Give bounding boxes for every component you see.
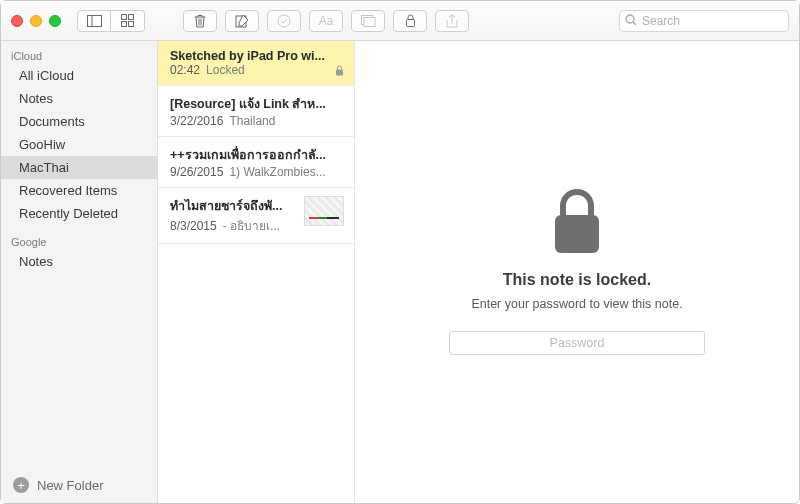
svg-rect-13	[336, 69, 343, 75]
password-input[interactable]	[449, 331, 705, 355]
sidebar-item-goohiw[interactable]: GooHiw	[1, 133, 157, 156]
note-row[interactable]: [Resource] แจ้ง Link สำห... 3/22/2016Tha…	[158, 86, 354, 137]
svg-rect-5	[129, 22, 134, 27]
minimize-window-button[interactable]	[30, 15, 42, 27]
compose-icon	[235, 14, 249, 28]
note-preview: 1) WalkZombies...	[229, 165, 325, 179]
locked-subtext: Enter your password to view this note.	[471, 297, 682, 311]
search-icon	[625, 14, 637, 26]
svg-rect-10	[406, 20, 414, 27]
note-preview: Thailand	[229, 114, 275, 128]
note-title: Sketched by iPad Pro wi...	[170, 49, 344, 63]
close-window-button[interactable]	[11, 15, 23, 27]
app-window: Aa iCloud All iCloud	[0, 0, 800, 504]
new-folder-label: New Folder	[37, 478, 103, 493]
delete-button[interactable]	[183, 10, 217, 32]
photos-icon	[361, 15, 376, 27]
svg-rect-14	[555, 215, 599, 253]
note-date: 9/26/2015	[170, 165, 223, 179]
new-note-button[interactable]	[225, 10, 259, 32]
format-button[interactable]: Aa	[309, 10, 343, 32]
svg-rect-2	[122, 15, 127, 20]
svg-rect-9	[364, 17, 375, 26]
attachments-button[interactable]	[351, 10, 385, 32]
sidebar-section-google: Google	[1, 233, 157, 250]
trash-icon	[194, 14, 206, 28]
new-folder-button[interactable]: + New Folder	[1, 467, 157, 503]
svg-rect-0	[87, 15, 101, 26]
list-view-button[interactable]	[77, 10, 111, 32]
note-row[interactable]: ++รวมเกมเพื่อการออกกำลั... 9/26/20151) W…	[158, 137, 354, 188]
lock-large-icon	[549, 189, 605, 257]
sidebar-item-notes[interactable]: Notes	[1, 87, 157, 110]
lock-button[interactable]	[393, 10, 427, 32]
sidebar-item-recently-deleted[interactable]: Recently Deleted	[1, 202, 157, 225]
titlebar: Aa	[1, 1, 799, 41]
note-title: ทำไมสายชาร์จถึงพั...	[170, 196, 298, 216]
checklist-icon	[277, 14, 291, 28]
plus-icon: +	[13, 477, 29, 493]
sidebar-item-documents[interactable]: Documents	[1, 110, 157, 133]
grid-view-button[interactable]	[111, 10, 145, 32]
sidebar-item-google-notes[interactable]: Notes	[1, 250, 157, 273]
note-date: 02:42	[170, 63, 200, 77]
svg-line-12	[633, 22, 636, 25]
note-row[interactable]: ทำไมสายชาร์จถึงพั... 8/3/2015- อธิบายเ..…	[158, 188, 354, 244]
svg-rect-4	[122, 22, 127, 27]
svg-point-7	[278, 15, 290, 27]
grid-icon	[121, 14, 134, 27]
sidebar-item-all-icloud[interactable]: All iCloud	[1, 64, 157, 87]
lock-icon	[405, 14, 416, 27]
search-field-wrap	[619, 10, 789, 32]
share-button[interactable]	[435, 10, 469, 32]
share-icon	[446, 14, 458, 28]
sidebar-item-recovered[interactable]: Recovered Items	[1, 179, 157, 202]
sidebar-layout-icon	[87, 15, 102, 27]
note-date: 3/22/2016	[170, 114, 223, 128]
app-body: iCloud All iCloud Notes Documents GooHiw…	[1, 41, 799, 503]
lock-icon	[335, 65, 344, 76]
svg-point-11	[626, 15, 634, 23]
note-title: ++รวมเกมเพื่อการออกกำลั...	[170, 145, 344, 165]
note-list: Sketched by iPad Pro wi... 02:42Locked […	[158, 41, 355, 503]
locked-heading: This note is locked.	[503, 271, 651, 289]
note-preview: - อธิบายเ...	[223, 216, 280, 235]
checklist-button[interactable]	[267, 10, 301, 32]
search-input[interactable]	[619, 10, 789, 32]
view-mode-group	[77, 10, 145, 32]
window-controls	[11, 15, 61, 27]
note-thumbnail	[304, 196, 344, 226]
sidebar-item-macthai[interactable]: MacThai	[1, 156, 157, 179]
svg-rect-3	[129, 15, 134, 20]
note-title: [Resource] แจ้ง Link สำห...	[170, 94, 344, 114]
note-content-area: This note is locked. Enter your password…	[355, 41, 799, 503]
sidebar-section-icloud: iCloud	[1, 47, 157, 64]
zoom-window-button[interactable]	[49, 15, 61, 27]
note-row[interactable]: Sketched by iPad Pro wi... 02:42Locked	[158, 41, 354, 86]
note-preview: Locked	[206, 63, 245, 77]
note-date: 8/3/2015	[170, 219, 217, 233]
sidebar: iCloud All iCloud Notes Documents GooHiw…	[1, 41, 158, 503]
